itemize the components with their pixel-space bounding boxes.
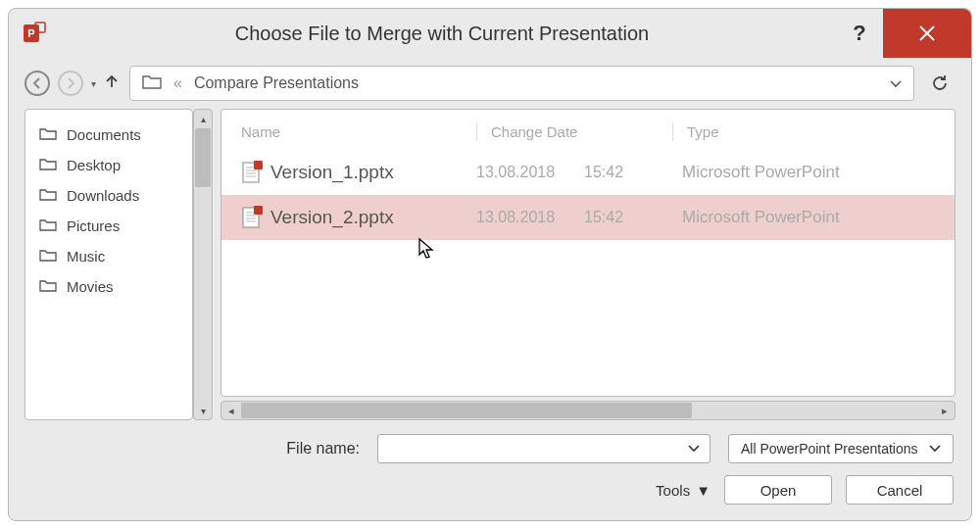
file-name: Version_2.pptx [270,207,476,228]
dialog-title: Choose File to Merge with Current Presen… [48,23,836,45]
scroll-down-arrow[interactable]: ▾ [194,402,212,419]
file-time: 15:42 [584,209,682,226]
folder-icon [39,126,57,143]
open-button-label: Open [760,482,797,499]
svg-rect-10 [254,161,263,169]
powerpoint-app-icon: P [21,20,48,47]
column-header-type[interactable]: Type [672,123,935,140]
nav-arrows: ▾ [24,71,120,96]
column-headers: Name Change Date Type [221,110,955,150]
sidebar-container: DocumentsDesktopDownloadsPicturesMusicMo… [24,109,213,420]
forward-button[interactable] [58,71,83,96]
filename-label: File name: [26,440,360,458]
titlebar: P Choose File to Merge with Current Pres… [9,9,971,58]
file-open-dialog: P Choose File to Merge with Current Pres… [8,8,972,521]
folder-icon [39,248,57,265]
action-row: Tools ▼ Open Cancel [26,475,954,505]
address-path: Compare Presentations [194,74,359,92]
sidebar-item-label: Documents [67,126,141,143]
scroll-track[interactable] [241,402,935,419]
chevron-down-icon [688,445,700,453]
scroll-left-arrow[interactable]: ◂ [221,405,241,417]
folder-icon [39,217,57,234]
file-date: 13.08.2018 [476,164,584,181]
refresh-button[interactable] [924,68,956,99]
filter-label: All PowerPoint Presentations [741,441,918,457]
folder-icon [39,278,57,295]
back-button[interactable] [24,71,50,96]
filename-row: File name: All PowerPoint Presentations [26,434,954,463]
sidebar-item-downloads[interactable]: Downloads [25,180,192,211]
scroll-up-arrow[interactable]: ▴ [194,110,212,127]
file-row[interactable]: Version_2.pptx13.08.201815:42Microsoft P… [221,195,955,240]
sidebar-item-label: Music [67,248,105,265]
file-type: Microsoft PowerPoint [682,208,935,227]
pptx-file-icon [241,205,270,230]
refresh-icon [930,73,950,93]
file-type-filter[interactable]: All PowerPoint Presentations [728,434,954,463]
sidebar-item-label: Desktop [67,157,121,173]
sidebar-item-label: Movies [67,278,114,295]
cancel-button[interactable]: Cancel [846,475,954,505]
folder-icon [39,187,57,204]
pptx-file-icon [241,160,270,185]
folder-icon [39,157,57,173]
folder-icon [142,73,162,93]
mouse-cursor-icon [417,237,437,265]
sidebar-item-movies[interactable]: Movies [25,271,192,302]
file-name: Version_1.pptx [270,162,476,183]
breadcrumb-separator: « [173,74,182,92]
navigation-bar: ▾ « Compare Presentations [9,58,971,109]
triangle-down-icon: ▼ [696,482,710,499]
tools-label-text: Tools [656,482,690,499]
open-button[interactable]: Open [724,475,832,505]
file-time: 15:42 [584,164,682,181]
sidebar-item-label: Pictures [67,217,120,234]
chevron-down-icon [890,80,902,88]
address-bar[interactable]: « Compare Presentations [129,66,914,101]
column-header-date[interactable]: Change Date [476,123,672,140]
tools-dropdown[interactable]: Tools ▼ [656,482,710,499]
file-list: Name Change Date Type Version_1.pptx13.0… [220,109,956,397]
svg-text:P: P [27,27,34,39]
address-dropdown[interactable] [890,74,902,92]
file-type: Microsoft PowerPoint [682,163,935,182]
sidebar-item-desktop[interactable]: Desktop [25,150,192,180]
scroll-thumb-horizontal[interactable] [241,403,692,418]
file-pane: Name Change Date Type Version_1.pptx13.0… [220,109,956,420]
up-button[interactable] [104,73,120,94]
recent-locations-dropdown[interactable]: ▾ [91,78,96,89]
file-row[interactable]: Version_1.pptx13.08.201815:42Microsoft P… [221,150,955,195]
sidebar-item-music[interactable]: Music [25,241,192,271]
bottom-panel: File name: All PowerPoint Presentations … [9,420,971,520]
close-button[interactable] [883,9,971,58]
arrow-left-icon [31,77,43,89]
scroll-right-arrow[interactable]: ▸ [935,405,955,417]
content-area: DocumentsDesktopDownloadsPicturesMusicMo… [9,109,971,420]
file-date: 13.08.2018 [476,209,584,226]
horizontal-scrollbar[interactable]: ◂ ▸ [220,401,956,420]
arrow-right-icon [65,77,76,89]
arrow-up-icon [104,73,120,89]
help-button[interactable]: ? [836,9,883,58]
sidebar-item-pictures[interactable]: Pictures [25,211,192,241]
sidebar-item-documents[interactable]: Documents [25,120,192,150]
filename-input[interactable] [377,434,710,463]
chevron-down-icon [929,445,941,453]
scroll-thumb[interactable] [195,128,211,187]
column-header-name[interactable]: Name [241,123,476,140]
close-icon [916,23,938,44]
cancel-button-label: Cancel [877,482,923,499]
folder-tree: DocumentsDesktopDownloadsPicturesMusicMo… [24,109,193,420]
svg-rect-16 [254,206,263,215]
sidebar-scrollbar[interactable]: ▴ ▾ [193,109,213,420]
sidebar-item-label: Downloads [67,187,139,204]
